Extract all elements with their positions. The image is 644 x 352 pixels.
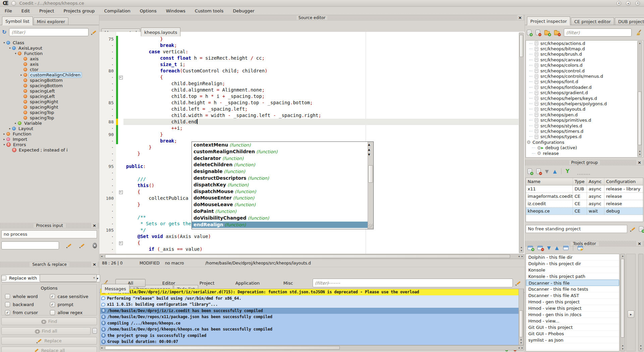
- code-text[interactable]: foreach(CustomControl child; children): [123, 68, 519, 74]
- completion-item-contextmenu[interactable]: contextMenu (function): [192, 142, 368, 149]
- tab-dub-project-editor[interactable]: DUB project editor: [615, 17, 644, 25]
- code-text[interactable]: case vertical:: [123, 49, 519, 55]
- tool-item-git-gui-this-project[interactable]: Git GUI - this project: [526, 324, 619, 331]
- fold-marker-icon[interactable]: [118, 74, 123, 80]
- code-text[interactable]: child.left = _spacing.left;: [123, 106, 519, 112]
- file-item-src-kheops-gradient-d[interactable]: src/kheops/gradient.d: [526, 90, 643, 96]
- code-text[interactable]: child.beginRealign;: [123, 80, 519, 87]
- file-item-src-kheops-primitives-d[interactable]: src/kheops/primitives.d: [526, 117, 643, 123]
- filter-project[interactable]: Project: [192, 279, 222, 287]
- menu-file[interactable]: File: [5, 8, 12, 13]
- code-text[interactable]: }: [123, 131, 519, 138]
- code-text[interactable]: if (_axis == value): [123, 246, 519, 252]
- messages-horizontal-scrollbar[interactable]: ◂ ◂ ▸: [100, 345, 524, 350]
- configurations-node[interactable]: ⚙Configurations: [526, 139, 643, 145]
- log-message[interactable]: i/home/basile/Dev/repos/x11/package.json…: [100, 314, 524, 320]
- tab-messages[interactable]: Messages: [101, 284, 129, 293]
- symbol-item-spacingtop[interactable]: spacingTop: [1, 115, 98, 120]
- tool-item-konsole[interactable]: Konsole: [526, 267, 619, 273]
- code-text[interactable]: child.top = h * i + _spacing.top;: [123, 93, 519, 100]
- code-text[interactable]: break;: [123, 42, 519, 49]
- tool-item-hmod-view-this-project[interactable]: Hmod - view this project: [526, 305, 619, 311]
- completion-item-endrealign[interactable]: endRealign (function): [192, 222, 368, 228]
- file-item-src-kheops-font-d[interactable]: src/kheops/font.d: [526, 79, 643, 84]
- completion-item-declarator[interactable]: declarator (function): [192, 155, 368, 162]
- replace-all-button[interactable]: Replace all: [1, 347, 97, 352]
- collapsed-arrow-icon[interactable]: ▸: [2, 138, 6, 141]
- config-release[interactable]: ⚙release: [526, 151, 643, 156]
- symbol-item-variable[interactable]: ▸Variable: [1, 120, 98, 126]
- expand-tool-editor-button[interactable]: ▸: [628, 310, 634, 318]
- replace-with-combo[interactable]: ▾: [40, 274, 97, 282]
- whole-word-checkbox[interactable]: [5, 294, 10, 299]
- close-icon[interactable]: ×: [517, 15, 523, 20]
- tool-item-git-gui-phobos[interactable]: Git GUI - Phobos: [526, 331, 619, 337]
- filter-editor[interactable]: Editor: [154, 279, 184, 287]
- close-icon[interactable]: ×: [92, 262, 97, 267]
- project-row-kheops-ce[interactable]: kheops.ceCEwaitdebug: [526, 208, 643, 215]
- file-item-src-kheops-helpers-polygons-d[interactable]: src/kheops/helpers/polygons.d: [526, 101, 643, 106]
- column-header-type[interactable]: Type: [573, 178, 587, 185]
- remove-folder-icon[interactable]: −: [554, 31, 559, 35]
- symbol-item-axislayout[interactable]: ▾AxisLayout: [1, 45, 98, 51]
- symbol-item-spacingbottom[interactable]: spacingBottom: [1, 83, 98, 88]
- log-message[interactable]: icompiling /.../kheops/kheops.ce: [100, 320, 524, 327]
- edit-icon[interactable]: [630, 226, 636, 232]
- symbol-item-axis[interactable]: axis: [1, 61, 98, 67]
- tool-item-dscanner-this-file-ast[interactable]: Dscanner - this file AST: [526, 292, 619, 299]
- messages-vertical-scrollbar[interactable]: ▴ ▾: [519, 289, 524, 345]
- log-message[interactable]: i/home/basile/Dev/dproj/iz/iz.coedit has…: [100, 308, 524, 314]
- file-item-src-kheops-fontloader-d[interactable]: src/kheops/fontloader.d: [526, 84, 643, 90]
- symbol-item-expected-instead-of-i[interactable]: !Expected ; instead of i: [1, 147, 98, 153]
- clone-tool-icon[interactable]: [563, 246, 569, 250]
- tool-item-hmod-view[interactable]: Hmod - view...: [526, 318, 619, 324]
- symbol-item-ctor[interactable]: ctor: [1, 67, 98, 72]
- tool-item-dscanner-this-file-no-tests[interactable]: Dscanner - this file no tests: [526, 286, 619, 292]
- symbol-options-icon[interactable]: [91, 30, 97, 35]
- move-tool-up-icon[interactable]: ▲: [555, 245, 559, 250]
- log-message[interactable]: x11 1.0.15: building configuration "libr…: [100, 301, 524, 308]
- scroll-up-icon[interactable]: ▴: [368, 147, 370, 152]
- symbol-item-spacingbottom[interactable]: spacingBottom: [1, 77, 98, 83]
- symbol-filter-input[interactable]: [9, 28, 89, 36]
- tab-ce-project-editor[interactable]: CE project editor: [571, 17, 614, 25]
- completion-item-domouseleave[interactable]: doMouseLeave (function): [192, 201, 368, 208]
- close-icon[interactable]: ×: [92, 223, 97, 228]
- resize-grip[interactable]: [368, 224, 373, 229]
- case-sensitive-checkbox[interactable]: ✓: [50, 294, 55, 299]
- file-item-src-kheops-types-d[interactable]: src/kheops/types.d: [526, 134, 643, 139]
- log-message[interactable]: iGroup build duration: 00:00:07: [100, 339, 524, 345]
- symbol-item-import[interactable]: ▸Import: [1, 136, 98, 142]
- symbol-item-function[interactable]: ▾Function: [1, 51, 98, 56]
- tools-right-scrollbar[interactable]: ▴ ▾: [638, 254, 643, 351]
- code-text[interactable]: child.height = h - _spacing.top - _spaci…: [123, 100, 519, 106]
- code-text[interactable]: size_t i;: [123, 61, 519, 68]
- process-input-field[interactable]: [1, 241, 59, 249]
- editor-vertical-scrollbar[interactable]: ▴ ▾: [519, 33, 524, 253]
- title-bar[interactable]: Œ Coedit - /.../kheops/kheops.ce ▾ ▴ ×: [0, 0, 644, 7]
- project-row-iz-coedit[interactable]: iz.coeditCEasyncrelease: [526, 200, 643, 208]
- file-item-src-kheops-pen-d[interactable]: src/kheops/pen.d: [526, 112, 643, 117]
- tool-item-dolphin-this-file-dir[interactable]: Dolphin - this file dir: [526, 254, 619, 260]
- tool-item-dscanner-this-file[interactable]: Dscanner - this file: [526, 280, 619, 286]
- menu-project[interactable]: Project: [39, 8, 54, 13]
- menu-custom-tools[interactable]: Custom tools: [195, 8, 223, 13]
- column-header-configuration[interactable]: Configuration: [604, 178, 643, 185]
- remove-tool-icon[interactable]: −: [537, 246, 543, 250]
- expanded-arrow-icon[interactable]: ▾: [8, 47, 12, 50]
- messages-options-icon[interactable]: [516, 280, 521, 286]
- symbol-item-class[interactable]: ▾Class: [1, 40, 98, 45]
- tab-symbol-list[interactable]: Symbol list: [2, 16, 33, 25]
- inspector-filter-input[interactable]: [564, 28, 632, 37]
- symbol-item-axis[interactable]: axis: [1, 56, 98, 61]
- menu-compilation[interactable]: Compilation: [104, 8, 130, 13]
- expanded-arrow-icon[interactable]: ▾: [13, 52, 18, 55]
- remove-project-icon[interactable]: −: [536, 169, 541, 174]
- code-text[interactable]: child.width = width - _spacing.left - _s…: [123, 112, 519, 119]
- filter-misc[interactable]: Misc: [273, 279, 303, 287]
- expanded-arrow-icon[interactable]: ▾: [2, 143, 6, 146]
- minimize-button[interactable]: ▾: [616, 1, 621, 6]
- code-text[interactable]: child.end: [123, 119, 519, 125]
- symbol-item-spacingright[interactable]: spacingRight: [1, 99, 98, 104]
- replace-with-checkbox[interactable]: [1, 276, 6, 281]
